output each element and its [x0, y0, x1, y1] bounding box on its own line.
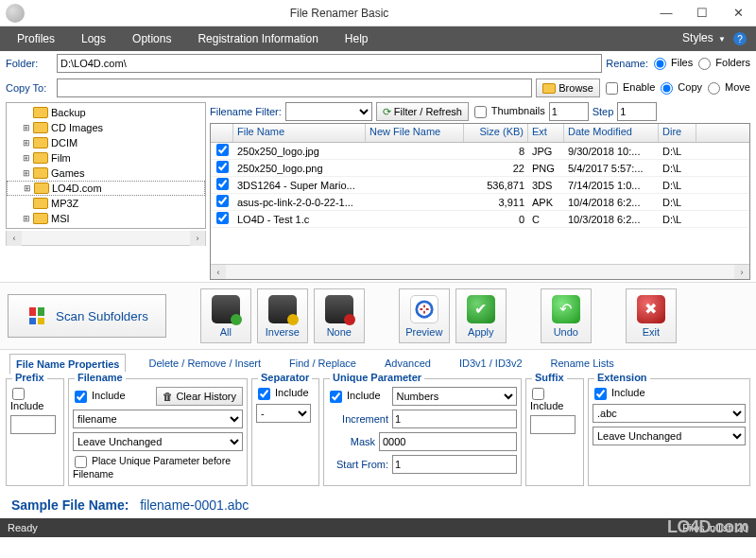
- row-check[interactable]: [216, 161, 229, 173]
- help-icon[interactable]: ?: [733, 32, 747, 45]
- select-inverse-button[interactable]: Inverse: [257, 288, 308, 343]
- tab-id3[interactable]: ID3v1 / ID3v2: [454, 354, 528, 375]
- folder-tree[interactable]: Backup⊞CD Images⊞DCIM⊞Film⊞Games⊞LO4D.co…: [6, 102, 206, 229]
- row-check[interactable]: [216, 144, 229, 156]
- minimize-button[interactable]: —: [648, 0, 684, 26]
- extension-case-combo[interactable]: Leave Unchanged: [593, 427, 746, 445]
- row-check[interactable]: [216, 178, 229, 190]
- filter-refresh-button[interactable]: ⟳ Filter / Refresh: [376, 102, 469, 121]
- tree-item[interactable]: ⊞LO4D.com: [7, 181, 205, 196]
- filter-combo[interactable]: [285, 102, 372, 121]
- filter-label: Filename Filter:: [210, 106, 282, 117]
- enable-checkbox[interactable]: Enable: [604, 81, 655, 95]
- unique-type-combo[interactable]: Numbers: [392, 387, 517, 406]
- folder-input[interactable]: [57, 54, 602, 73]
- table-row[interactable]: 250x250_logo.png22PNG5/4/2017 5:57:...D:…: [211, 160, 749, 177]
- menu-options[interactable]: Options: [119, 26, 184, 51]
- startfrom-label: Start From:: [328, 459, 388, 470]
- tree-item[interactable]: ⊞Games: [7, 166, 205, 181]
- tab-delete-remove-insert[interactable]: Delete / Remove / Insert: [143, 354, 266, 375]
- copyto-input[interactable]: [57, 78, 532, 97]
- copy-radio[interactable]: Copy: [659, 81, 702, 95]
- preview-button[interactable]: Preview: [399, 288, 450, 343]
- expand-icon[interactable]: ⊞: [22, 123, 30, 132]
- copyto-label: Copy To:: [6, 82, 53, 94]
- col-size[interactable]: Size (KB): [464, 124, 528, 142]
- scan-subfolders-button[interactable]: Scan Subfolders: [8, 294, 166, 338]
- unique-include-check[interactable]: Include: [328, 390, 381, 403]
- file-table[interactable]: File Name New File Name Size (KB) Ext Da…: [210, 123, 750, 280]
- col-filename[interactable]: File Name: [233, 124, 366, 142]
- close-button[interactable]: ✕: [720, 0, 756, 26]
- suffix-input[interactable]: [530, 415, 576, 434]
- tree-item[interactable]: ⊞CD Images: [7, 120, 205, 135]
- startfrom-input[interactable]: [392, 455, 517, 474]
- col-date[interactable]: Date Modified: [564, 124, 659, 142]
- table-row[interactable]: 3DS1264 - Super Mario...536,8713DS7/14/2…: [211, 177, 749, 194]
- menu-logs[interactable]: Logs: [68, 26, 119, 51]
- tree-item[interactable]: ⊞Film: [7, 150, 205, 166]
- prefix-group: Prefix Include: [6, 378, 64, 486]
- mask-input[interactable]: [379, 432, 517, 451]
- folder-icon: [33, 137, 48, 148]
- expand-icon[interactable]: ⊞: [22, 214, 30, 223]
- tree-item[interactable]: ⊞DCIM: [7, 135, 205, 150]
- move-radio[interactable]: Move: [706, 81, 750, 95]
- row-check[interactable]: [216, 212, 229, 224]
- tree-item-label: MP3Z: [51, 198, 78, 209]
- extension-include-check[interactable]: Include: [593, 387, 645, 400]
- menu-profiles[interactable]: Profiles: [4, 26, 68, 51]
- cell-size: 0: [464, 214, 528, 225]
- menu-registration[interactable]: Registration Information: [184, 26, 331, 51]
- menu-help[interactable]: Help: [332, 26, 382, 51]
- folder-label: Folder:: [6, 58, 53, 69]
- tree-item[interactable]: ⊞MSI: [7, 211, 205, 226]
- rename-folders-radio[interactable]: Folders: [696, 57, 750, 70]
- tree-item[interactable]: MP3Z: [7, 196, 205, 211]
- cell-date: 10/4/2018 6:2...: [564, 197, 659, 208]
- place-unique-check[interactable]: Place Unique Parameter before Filename: [73, 455, 243, 480]
- cell-size: 8: [464, 146, 528, 157]
- cell-dir: D:\L: [659, 180, 696, 191]
- filename-combo[interactable]: filename: [73, 410, 243, 428]
- increment-input[interactable]: [392, 410, 517, 428]
- rename-files-radio[interactable]: Files: [652, 57, 693, 70]
- step-spinner[interactable]: [617, 102, 657, 121]
- select-none-button[interactable]: None: [314, 288, 365, 343]
- thumbnails-spinner[interactable]: [549, 102, 589, 121]
- exit-button[interactable]: ✖Exit: [626, 288, 677, 343]
- select-all-button[interactable]: All: [200, 288, 251, 343]
- table-row[interactable]: asus-pc-link-2-0-0-22-1...3,911APK10/4/2…: [211, 194, 749, 211]
- suffix-include-check[interactable]: Include: [530, 387, 579, 411]
- tree-item[interactable]: Backup: [7, 105, 205, 120]
- filename-include-check[interactable]: Include: [73, 390, 126, 403]
- extension-combo[interactable]: .abc: [593, 404, 746, 423]
- separator-include-check[interactable]: Include: [256, 387, 309, 400]
- menu-styles[interactable]: Styles ▼: [680, 26, 728, 52]
- table-row[interactable]: 250x250_logo.jpg8JPG9/30/2018 10:...D:\L: [211, 143, 749, 160]
- select-all-icon: [212, 295, 240, 323]
- folder-icon: [33, 152, 48, 164]
- maximize-button[interactable]: ☐: [684, 0, 720, 26]
- table-row[interactable]: LO4D - Test 1.c0C10/3/2018 6:2...D:\L: [211, 211, 749, 228]
- filename-case-combo[interactable]: Leave Unchanged: [73, 432, 243, 451]
- prefix-include-check[interactable]: Include: [10, 387, 60, 411]
- prefix-input[interactable]: [10, 415, 56, 434]
- expand-icon[interactable]: ⊞: [22, 153, 30, 163]
- tree-scrollbar[interactable]: ‹›: [6, 231, 206, 246]
- apply-button[interactable]: ✔Apply: [455, 288, 507, 343]
- col-dir[interactable]: Dire: [659, 124, 696, 142]
- separator-combo[interactable]: -: [256, 404, 311, 423]
- row-check[interactable]: [216, 195, 229, 207]
- expand-icon[interactable]: ⊞: [23, 183, 31, 193]
- col-ext[interactable]: Ext: [528, 124, 564, 142]
- undo-button[interactable]: ↶Undo: [541, 288, 592, 343]
- expand-icon[interactable]: ⊞: [22, 138, 30, 148]
- browse-button[interactable]: Browse: [536, 78, 600, 97]
- thumbnails-checkbox[interactable]: Thumbnails: [472, 105, 545, 118]
- table-header: File Name New File Name Size (KB) Ext Da…: [211, 124, 749, 143]
- expand-icon[interactable]: ⊞: [22, 168, 30, 178]
- clear-history-button[interactable]: 🗑 Clear History: [156, 387, 243, 406]
- col-newfilename[interactable]: New File Name: [366, 124, 464, 142]
- table-scrollbar[interactable]: ‹›: [211, 264, 749, 279]
